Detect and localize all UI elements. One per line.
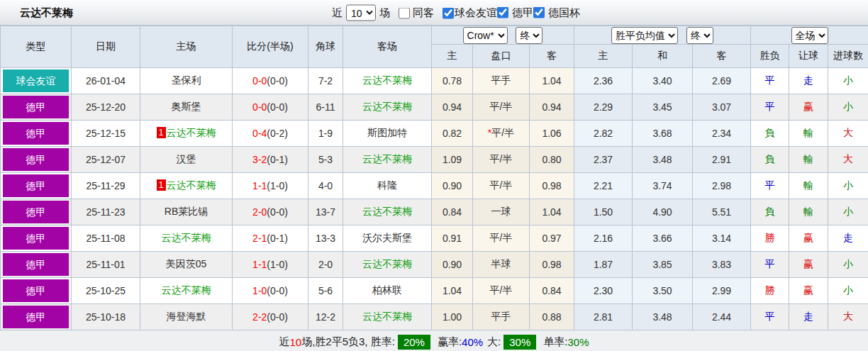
result-handicap-cell: 赢 bbox=[789, 252, 828, 278]
avg-away-cell: 2.99 bbox=[693, 278, 751, 304]
win-rate-badge: 20% bbox=[398, 335, 430, 350]
league-cell: 德甲 bbox=[1, 147, 72, 173]
bookmaker-final-select[interactable]: 终 bbox=[516, 27, 542, 44]
away-team-cell: 云达不莱梅 bbox=[343, 68, 432, 94]
match-row: 德甲25-12-151云达不莱梅0-4(0-2)1-9斯图加特0.82*平/半1… bbox=[1, 121, 868, 147]
away-team-cell: 云达不莱梅 bbox=[343, 304, 432, 330]
avg-draw-cell: 3.45 bbox=[633, 94, 693, 121]
result-handicap-cell: 輸 bbox=[789, 121, 828, 147]
same-away-label: 同客 bbox=[413, 6, 434, 20]
result-handicap-cell: 赢 bbox=[789, 225, 828, 252]
col-handicap: 盘口 bbox=[473, 45, 530, 68]
avg-home-cell: 2.36 bbox=[574, 68, 633, 94]
date-cell: 25-11-08 bbox=[72, 225, 140, 252]
avg-draw-cell: 3.40 bbox=[633, 68, 693, 94]
score-cell: 0-0(0-0) bbox=[233, 94, 308, 121]
match-row: 德甲25-11-01美因茨051-1(1-0)2-0云达不莱梅0.90半球0.9… bbox=[1, 252, 868, 278]
avg-draw-cell: 3.68 bbox=[633, 121, 693, 147]
avg-home-cell: 1.87 bbox=[574, 252, 633, 278]
corner-cell: 13-3 bbox=[308, 225, 343, 252]
odds-away-cell: 0.98 bbox=[530, 252, 574, 278]
bundesliga-checkbox[interactable] bbox=[497, 7, 508, 18]
odds-away-cell: 1.04 bbox=[530, 68, 574, 94]
scope-select[interactable]: 全场 bbox=[791, 27, 828, 44]
avg-home-cell: 2.37 bbox=[574, 147, 633, 173]
corner-cell: 5-3 bbox=[308, 147, 343, 173]
avg-draw-cell: 3.74 bbox=[633, 173, 693, 199]
date-cell: 25-12-07 bbox=[72, 147, 140, 173]
result-goals-cell: 小 bbox=[828, 278, 868, 304]
away-team-cell: 云达不莱梅 bbox=[343, 147, 432, 173]
dfb-pokal-checkbox[interactable] bbox=[533, 7, 545, 18]
handicap-cell: 平手 bbox=[473, 68, 530, 94]
avg-away-cell: 5.51 bbox=[693, 199, 751, 225]
handicap-cell: 平/半 bbox=[473, 147, 530, 173]
away-team-cell: 云达不莱梅 bbox=[343, 94, 432, 121]
score-cell: 1-0(0-0) bbox=[233, 278, 308, 304]
away-team-cell: 沃尔夫斯堡 bbox=[343, 225, 432, 252]
average-select[interactable]: 胜平负均值 bbox=[611, 27, 678, 44]
home-team-cell: 奥斯堡 bbox=[140, 94, 233, 121]
changed-odds-asterisk: * bbox=[488, 127, 491, 138]
big-rate-label: 大: bbox=[487, 335, 501, 349]
avg-away-cell: 2.34 bbox=[693, 121, 751, 147]
result-goals-cell: 小 bbox=[828, 252, 868, 278]
match-row: 德甲25-11-23RB莱比锡2-0(0-0)13-7云达不莱梅0.84一球1.… bbox=[1, 199, 868, 225]
recent-matches-select[interactable]: 10 bbox=[346, 5, 376, 21]
date-cell: 25-12-20 bbox=[72, 94, 140, 121]
avg-draw-cell: 3.48 bbox=[633, 304, 693, 330]
col-goals: 进球数 bbox=[828, 45, 868, 68]
result-wl-cell: 平 bbox=[751, 68, 789, 94]
rank-badge: 1 bbox=[157, 127, 166, 138]
avg-home-cell: 2.29 bbox=[574, 94, 633, 121]
score-cell: 1-1(1-0) bbox=[233, 252, 308, 278]
avg-home-cell: 2.81 bbox=[574, 304, 633, 330]
odds-home-cell: 0.91 bbox=[432, 225, 473, 252]
odds-home-cell: 1.04 bbox=[432, 278, 473, 304]
away-team-cell: 斯图加特 bbox=[343, 121, 432, 147]
result-goals-cell: 小 bbox=[828, 68, 868, 94]
odds-home-cell: 0.94 bbox=[432, 94, 473, 121]
result-goals-cell: 大 bbox=[828, 147, 868, 173]
friendly-checkbox[interactable] bbox=[443, 7, 454, 18]
result-wl-cell: 勝 bbox=[751, 278, 789, 304]
home-team-cell: 海登海默 bbox=[140, 304, 233, 330]
league-cell: 德甲 bbox=[1, 173, 72, 199]
odds-away-cell: 0.84 bbox=[530, 278, 574, 304]
home-team-cell: 1云达不莱梅 bbox=[140, 173, 233, 199]
bundesliga-label: 德甲 bbox=[512, 6, 533, 18]
score-cell: 0-0(0-0) bbox=[233, 68, 308, 94]
league-cell: 德甲 bbox=[1, 252, 72, 278]
away-team-cell: 柏林联 bbox=[343, 278, 432, 304]
col-result: 胜负 bbox=[751, 45, 789, 68]
home-team-cell: 汉堡 bbox=[140, 147, 233, 173]
handicap-cell: 平/半 bbox=[473, 278, 530, 304]
date-cell: 26-01-04 bbox=[72, 68, 140, 94]
same-away-checkbox[interactable] bbox=[399, 7, 410, 18]
result-handicap-cell: 輸 bbox=[789, 147, 828, 173]
score-cell: 3-2(0-1) bbox=[233, 147, 308, 173]
col-avg-away: 客 bbox=[693, 45, 751, 68]
result-goals-cell: 小 bbox=[828, 199, 868, 225]
summary-near-label: 近 bbox=[279, 335, 289, 349]
date-cell: 25-10-25 bbox=[72, 278, 140, 304]
match-row: 德甲25-12-20奥斯堡0-0(0-0)6-11云达不莱梅0.94平/半0.9… bbox=[1, 94, 868, 121]
handicap-rate-value: 40% bbox=[462, 336, 483, 348]
odds-home-cell: 0.90 bbox=[432, 173, 473, 199]
corner-cell: 13-7 bbox=[308, 199, 343, 225]
match-row: 德甲25-11-08云达不莱梅2-1(0-1)13-3沃尔夫斯堡0.91平/半0… bbox=[1, 225, 868, 252]
corner-cell: 2-0 bbox=[308, 252, 343, 278]
average-final-select[interactable]: 终 bbox=[686, 27, 713, 44]
match-history-table: 类型 日期 主场 比分(半场) 角球 客场 Crow* 终 胜平负均值 终 全场 bbox=[0, 26, 868, 330]
match-row: 德甲25-11-291云达不莱梅1-1(1-0)4-0科隆0.90平/半0.98… bbox=[1, 173, 868, 199]
recent-suffix-label: 场 bbox=[379, 6, 390, 20]
odd-rate-label: 单率: bbox=[543, 335, 567, 349]
corner-cell: 6-11 bbox=[308, 94, 343, 121]
date-cell: 25-11-29 bbox=[72, 173, 140, 199]
bookmaker-select[interactable]: Crow* bbox=[463, 27, 508, 44]
home-team-cell: RB莱比锡 bbox=[140, 199, 233, 225]
avg-draw-cell: 3.48 bbox=[633, 147, 693, 173]
rank-badge: 1 bbox=[157, 179, 166, 191]
odds-filter-cell: Crow* 终 bbox=[432, 26, 574, 45]
home-team-cell: 1云达不莱梅 bbox=[140, 121, 233, 147]
